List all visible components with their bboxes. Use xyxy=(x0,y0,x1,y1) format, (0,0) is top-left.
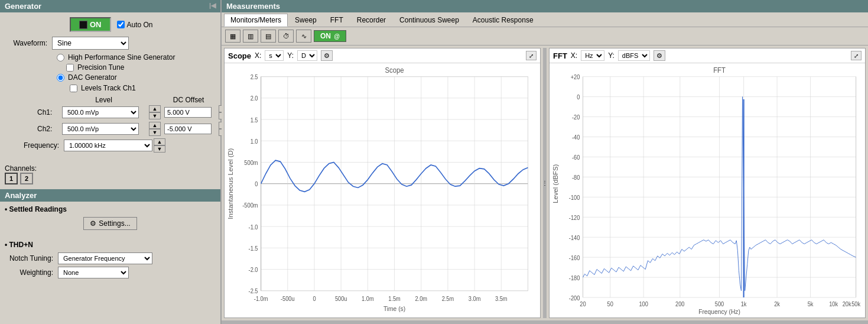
charts-area: Scope X: s Y: D ⚙ ⤢ xyxy=(222,46,868,320)
fft-expand-button[interactable]: ⤢ xyxy=(851,51,862,60)
measurements-header: Measurements xyxy=(222,0,868,12)
tab-acoustic-response[interactable]: Acoustic Response xyxy=(466,14,540,27)
ch2-label: Ch2: xyxy=(37,125,61,133)
ch1-level-select[interactable]: 500.0 mVp 1.000 Vp xyxy=(62,106,139,118)
on-button[interactable]: ON xyxy=(70,17,111,32)
bottom-resize-handle[interactable] xyxy=(222,320,868,324)
svg-text:-180: -180 xyxy=(569,274,580,281)
frequency-label: Frequency: xyxy=(22,141,64,150)
scope-y-select[interactable]: D xyxy=(297,50,317,61)
svg-text:2.0: 2.0 xyxy=(251,95,258,102)
svg-text:20: 20 xyxy=(580,300,586,307)
ch1-level-up-btn[interactable]: ▲ xyxy=(149,105,161,112)
tab-acoustic-response-label: Acoustic Response xyxy=(473,16,534,24)
chart-divider[interactable]: ⋮ xyxy=(543,48,547,318)
precision-tune-check[interactable] xyxy=(66,64,74,72)
toolbar-btn-4[interactable]: ⏱ xyxy=(278,30,294,43)
channel2-btn[interactable]: 2 xyxy=(20,173,33,184)
svg-text:+20: +20 xyxy=(571,74,580,81)
svg-text:-2.5: -2.5 xyxy=(249,288,258,295)
ch2-level-spinner: ▲ ▼ xyxy=(149,122,163,136)
svg-text:2.5: 2.5 xyxy=(251,74,258,81)
ch2-level-select[interactable]: 500.0 mVp 1.000 Vp xyxy=(62,123,139,135)
ch1-dc-input[interactable] xyxy=(164,107,212,118)
frequency-select[interactable]: 1.00000 kHz xyxy=(64,140,152,151)
levels-track-check[interactable] xyxy=(70,85,77,92)
generator-section: ON Auto On Waveform: Sine Square Triangl… xyxy=(0,12,220,162)
dac-gen-radio[interactable] xyxy=(57,74,64,82)
channel1-btn[interactable]: 1 xyxy=(5,173,18,184)
tab-recorder[interactable]: Recorder xyxy=(350,14,392,27)
auto-on-label: Auto On xyxy=(117,21,153,29)
ch2-level-up-btn[interactable]: ▲ xyxy=(149,122,161,129)
frequency-up-btn[interactable]: ▲ xyxy=(154,138,165,145)
svg-text:500m: 500m xyxy=(244,160,258,167)
fft-title: FFT xyxy=(553,51,567,60)
frequency-row: Frequency: 1.00000 kHz ▲ ▼ xyxy=(5,138,216,153)
ch2-row: Ch2: 500.0 mVp 1.000 Vp ▲ ▼ ▲ ▼ xyxy=(5,122,216,136)
svg-text:-40: -40 xyxy=(572,134,580,141)
svg-text:Time (s): Time (s) xyxy=(383,304,405,312)
svg-text:-160: -160 xyxy=(569,254,580,261)
tab-continuous-sweep[interactable]: Continuous Sweep xyxy=(393,14,466,27)
toolbar-on-button[interactable]: ON @ xyxy=(314,30,346,42)
on-button-row: ON Auto On xyxy=(5,17,216,32)
toolbar-btn-3[interactable]: ▤ xyxy=(261,30,276,43)
thdn-header: • THD+N xyxy=(5,241,216,249)
scope-gear-button[interactable]: ⚙ xyxy=(321,50,333,61)
fft-gear-button[interactable]: ⚙ xyxy=(654,50,665,61)
ch1-level-spinner: ▲ ▼ xyxy=(149,105,163,119)
scope-x-select[interactable]: s xyxy=(265,50,284,61)
svg-text:-120: -120 xyxy=(569,214,580,221)
svg-text:3.0m: 3.0m xyxy=(469,295,481,302)
tab-monitors-meters[interactable]: Monitors/Meters xyxy=(224,14,288,27)
ch1-row: Ch1: 500.0 mVp 1.000 Vp ▲ ▼ ▲ ▼ xyxy=(5,105,216,119)
auto-on-checkbox[interactable] xyxy=(117,21,125,28)
precision-tune-label: Precision Tune xyxy=(77,63,124,72)
svg-text:0: 0 xyxy=(313,295,316,302)
notch-tuning-select[interactable]: Generator Frequency Manual Auto xyxy=(58,252,152,264)
weighting-select[interactable]: None A B C K xyxy=(58,267,129,278)
on-btn-indicator xyxy=(79,21,87,29)
scope-y-label: Y: xyxy=(287,51,294,60)
scope-chart-content: Scope 2.5 2.0 1.5 1.0 500m 0 -500m -1.0 … xyxy=(225,63,540,317)
svg-text:2.0m: 2.0m xyxy=(415,295,427,302)
toolbar-btn-5[interactable]: ∿ xyxy=(296,30,311,43)
svg-text:50k: 50k xyxy=(851,300,860,307)
waveform-select[interactable]: Sine Square Triangle Sawtooth xyxy=(52,37,129,50)
channels-label: Channels: xyxy=(5,164,37,173)
toolbar-btn-1[interactable]: ▦ xyxy=(225,30,240,43)
ch2-level-down-btn[interactable]: ▼ xyxy=(149,129,161,136)
scope-header: Scope X: s Y: D ⚙ ⤢ xyxy=(225,48,540,63)
waveform-label: Waveform: xyxy=(5,39,52,47)
svg-text:-20: -20 xyxy=(572,114,580,121)
measurements-title: Measurements xyxy=(226,2,280,11)
svg-text:Instantaneous Level (D): Instantaneous Level (D) xyxy=(227,148,234,219)
svg-text:3.5m: 3.5m xyxy=(495,295,508,302)
svg-text:0: 0 xyxy=(577,94,580,101)
scope-title: Scope xyxy=(228,51,251,60)
toolbar-on-at-label: @ xyxy=(334,33,340,40)
fft-x-select[interactable]: Hz xyxy=(581,50,604,61)
svg-text:100: 100 xyxy=(639,300,648,307)
toolbar: ▦ ▥ ▤ ⏱ ∿ ON @ xyxy=(222,27,868,46)
ch1-label: Ch1: xyxy=(37,108,61,116)
svg-text:-1.0m: -1.0m xyxy=(254,295,268,302)
frequency-down-btn[interactable]: ▼ xyxy=(154,145,165,153)
high-perf-label: High Performance Sine Generator xyxy=(68,53,175,61)
generator-divider-icon: |◀ xyxy=(209,2,216,9)
settings-button[interactable]: ⚙ Settings... xyxy=(83,217,136,230)
scope-expand-button[interactable]: ⤢ xyxy=(526,51,537,60)
high-perf-radio[interactable] xyxy=(57,54,64,61)
tab-fft-label: FFT xyxy=(330,16,343,24)
toolbar-btn-2[interactable]: ▥ xyxy=(243,30,258,43)
ch2-dc-input[interactable] xyxy=(164,124,212,134)
ch1-level-down-btn[interactable]: ▼ xyxy=(149,112,161,119)
tab-sweep[interactable]: Sweep xyxy=(288,14,323,27)
tab-fft[interactable]: FFT xyxy=(324,14,350,27)
fft-y-select[interactable]: dBFS xyxy=(618,50,650,61)
svg-text:1k: 1k xyxy=(741,300,747,307)
fft-header: FFT X: Hz Y: dBFS ⚙ ⤢ xyxy=(550,48,865,63)
fft-x-label: X: xyxy=(571,51,577,60)
svg-text:0: 0 xyxy=(255,181,258,188)
